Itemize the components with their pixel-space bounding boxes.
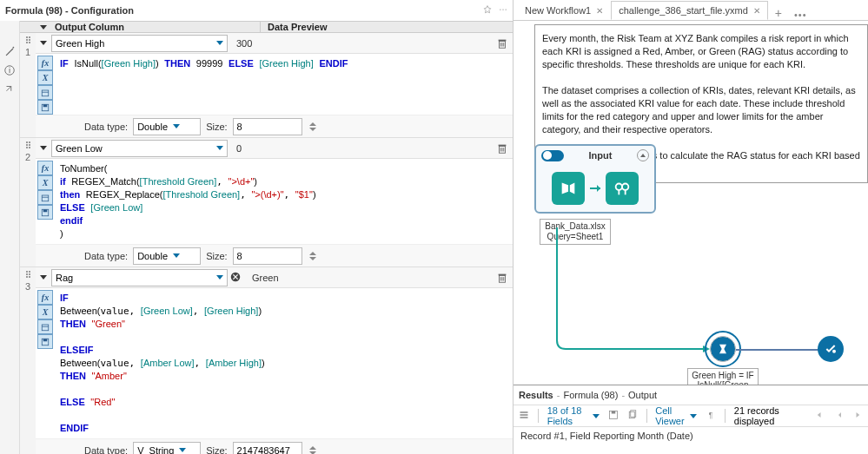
recent-icon[interactable] [37,319,53,334]
cell-viewer-selector[interactable]: Cell Viewer [655,405,697,426]
x-column-icon[interactable]: X [37,305,53,319]
svg-point-3 [13,47,15,49]
size-spinner[interactable] [309,122,321,131]
help-icon[interactable]: i [3,64,16,78]
recent-icon[interactable] [37,190,53,205]
size-input[interactable]: 2147483647 [233,442,302,455]
size-input[interactable]: 8 [233,247,302,265]
save-results-icon[interactable] [608,410,619,422]
x-column-icon[interactable]: X [37,70,53,85]
recent-icon[interactable] [37,85,53,100]
delete-formula-icon[interactable] [492,272,513,284]
collapse-container-icon[interactable] [637,149,649,161]
svg-rect-47 [611,411,615,414]
data-preview-value: 0 [229,143,492,154]
results-out: Output [628,390,657,400]
container-title: Input [571,150,630,161]
svg-point-1 [502,9,503,10]
expression-editor[interactable]: ToNumber( if REGEX_Match([Threshold Gree… [55,159,513,244]
fx-icon[interactable]: fx [37,56,53,70]
collapse-formula-icon[interactable] [40,146,47,150]
output-field-name: Green High [56,38,104,49]
fields-selector[interactable]: 18 of 18 Fields [547,405,600,426]
svg-rect-26 [499,273,507,275]
svg-point-0 [500,9,500,10]
formula-tool-node[interactable] [710,336,736,362]
save-expression-icon[interactable] [37,100,53,115]
fx-icon[interactable]: fx [37,290,53,305]
size-spinner[interactable] [309,252,321,260]
workflow-tab[interactable]: challenge_386_start_file.yxmd✕ [611,1,768,20]
formula-tool-label: Green High = IF IsNull([Green [687,368,759,385]
browse-tool-icon[interactable] [606,172,639,205]
tab-label: New Workflow1 [525,5,591,16]
svg-rect-44 [520,414,528,416]
wand-icon[interactable] [3,45,16,59]
prev-record-icon[interactable] [833,410,844,422]
results-menu-icon[interactable] [519,410,529,422]
x-column-icon[interactable]: X [37,175,53,190]
output-field-dropdown[interactable]: Green Low [51,140,228,157]
delete-formula-icon[interactable] [492,142,513,155]
first-record-icon[interactable] [814,410,825,422]
close-tab-icon[interactable]: ✕ [753,6,760,16]
input-tool-icon[interactable] [552,172,585,205]
output-field-name: Rag [56,273,73,283]
output-field-name: Green Low [56,143,103,154]
copy-results-icon[interactable] [627,410,638,422]
drag-handle[interactable] [26,36,30,43]
options-icon[interactable] [499,5,507,16]
output-field-dropdown[interactable]: Green High [51,35,228,52]
next-record-icon[interactable] [852,410,863,422]
svg-rect-30 [42,325,49,331]
expression-editor[interactable]: IF IsNull([Green High]) THEN 99999 ELSE … [55,54,513,115]
size-spinner[interactable] [309,446,321,455]
delete-formula-icon[interactable] [492,37,513,49]
svg-rect-11 [42,90,49,96]
formula-index: 3 [25,281,30,292]
collapse-formula-icon[interactable] [40,41,47,45]
collapse-formula-icon[interactable] [40,275,47,280]
tab-label: challenge_386_start_file.yxmd [619,5,748,16]
svg-rect-16 [499,144,507,146]
data-type-label: Data type: [84,251,128,261]
formula-index: 2 [25,152,30,162]
svg-rect-43 [520,411,528,413]
container-toggle[interactable] [541,150,564,161]
add-tab-button[interactable]: + [768,6,789,20]
connector-icon [590,172,600,205]
container-tool[interactable]: Input [534,144,656,214]
svg-rect-45 [520,417,528,418]
size-input[interactable]: 8 [233,118,302,135]
save-expression-icon[interactable] [37,205,53,220]
save-expression-icon[interactable] [37,334,53,349]
drag-handle[interactable] [26,141,30,148]
data-type-label: Data type: [84,122,128,132]
data-preview-value: 300 [229,38,492,49]
input-tool-label: Bank_Data.xlsx Query=Sheet1 [540,219,611,245]
clear-field-icon[interactable] [229,271,242,285]
formula-index: 1 [25,47,30,57]
metadata-icon[interactable]: ¶ [706,410,716,422]
fx-icon[interactable]: fx [37,161,53,175]
close-tab-icon[interactable]: ✕ [596,6,603,16]
svg-rect-23 [43,209,48,212]
data-preview-header: Data Preview [260,22,513,32]
output-field-dropdown[interactable]: Rag [51,269,228,286]
data-type-dropdown[interactable]: V_String [133,442,201,455]
data-type-dropdown[interactable]: Double [133,247,201,265]
collapse-all-icon[interactable] [40,25,47,30]
select-tool-node[interactable] [818,336,844,362]
svg-text:i: i [9,65,10,75]
svg-point-36 [616,184,622,190]
expression-editor[interactable]: IF Between(value, [Green Low], [Green Hi… [55,288,513,438]
pin-icon[interactable] [483,5,492,16]
data-preview-value: Green [245,273,492,283]
arrow-icon[interactable] [3,83,16,97]
svg-marker-40 [703,345,710,352]
data-type-dropdown[interactable]: Double [133,118,201,135]
drag-handle[interactable] [26,271,30,278]
workflow-tab[interactable]: New Workflow1✕ [517,1,611,20]
tab-overflow-icon[interactable]: ••• [789,10,812,20]
comment-p2: The dataset comprises a collection of KR… [542,84,860,136]
